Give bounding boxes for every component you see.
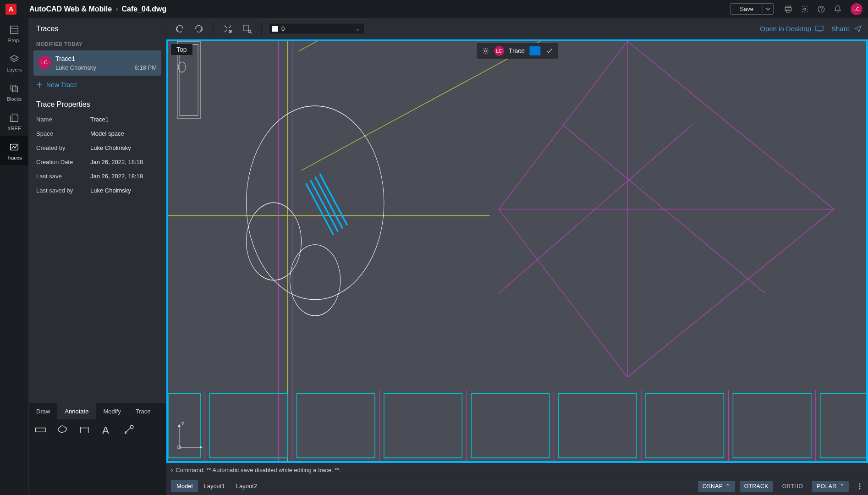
new-trace-button[interactable]: New Trace [29,76,166,94]
section-label-modified: MODIFIED TODAY [29,38,166,50]
panel-tab-trace[interactable]: Trace [128,403,158,419]
prop-row: SpaceModel space [36,126,159,141]
svg-line-42 [311,180,338,232]
new-trace-label: New Trace [46,81,77,88]
more-icon[interactable] [856,483,863,490]
nav-item-properties[interactable]: Prop. [0,18,28,48]
snap-polar-button[interactable]: POLAR⌃ [812,481,849,492]
check-icon[interactable] [545,47,553,55]
panel-tab-draw[interactable]: Draw [29,403,57,419]
undo-icon[interactable] [175,24,185,34]
nav-label: Layers [6,67,22,72]
bell-icon[interactable] [833,5,842,14]
svg-point-71 [859,485,861,487]
command-text: Command: ** Automatic save disabled whil… [176,467,341,473]
panel-tab-modify[interactable]: Modify [96,403,128,419]
chevron-right-icon: › [171,467,173,473]
print-icon[interactable] [784,5,793,14]
breadcrumb-root[interactable]: AutoCAD Web & Mobile [29,5,112,13]
trace-floating-toolbar: LC Trace [477,43,558,59]
nav-item-traces[interactable]: Traces [0,136,28,165]
svg-rect-1 [785,8,791,11]
linear-dimension-icon[interactable] [78,424,90,436]
trace-view-icon[interactable] [529,46,540,55]
layer-name: 0 [281,25,285,32]
breadcrumb-file[interactable]: Cafe_04.dwg [121,5,166,13]
plus-icon [36,82,43,88]
chevron-up-icon: ⌃ [840,483,845,490]
snap-otrack-button[interactable]: OTRACK [740,481,773,492]
snap-ortho-button[interactable]: ORTHO [778,481,808,492]
canvas-content [168,41,866,461]
save-dropdown-button[interactable] [763,5,773,13]
svg-point-38 [246,106,384,300]
prop-row: Creation DateJan 26, 2022, 18:18 [36,155,159,169]
svg-rect-52 [733,393,811,458]
trace-item-author: Luke Cholmsky [55,64,96,71]
revision-cloud-icon[interactable] [56,424,68,436]
trace-item-time: 6:18 PM [135,64,157,71]
prop-row: NameTrace1 [36,112,159,126]
zoom-extents-icon[interactable] [223,24,233,34]
dimension-tool-icon[interactable] [34,424,46,436]
svg-point-5 [821,11,822,11]
svg-rect-48 [384,393,462,458]
bottom-bar: Model Layout1 Layout2 OSNAP⌃ OTRACK ORTH… [166,477,868,495]
svg-rect-63 [180,44,198,116]
gear-icon[interactable] [481,47,489,55]
layer-select[interactable]: 0 ⌄ [268,23,364,34]
svg-text:Y: Y [181,421,185,426]
leader-icon[interactable] [122,424,134,436]
svg-point-72 [859,488,861,489]
trace-item-name: Trace1 [55,55,157,62]
layout-tab-model[interactable]: Model [171,480,198,492]
help-icon[interactable] [817,5,826,14]
layout-tab-layout2[interactable]: Layout2 [231,480,263,492]
nav-rail: Prop. Layers Blocks XREF Traces [0,18,29,495]
share-button[interactable]: Share [831,25,863,33]
snap-osnap-button[interactable]: OSNAP⌃ [698,481,735,492]
chevron-right-icon: › [115,5,118,13]
svg-rect-21 [243,25,248,30]
layer-color-swatch [272,26,278,32]
svg-point-3 [804,8,806,10]
svg-rect-6 [11,26,18,34]
snap-buttons: OSNAP⌃ OTRACK ORTHO POLAR⌃ [698,481,863,492]
svg-rect-12 [35,428,45,432]
redo-icon[interactable] [194,24,204,34]
text-icon[interactable]: A [100,424,112,436]
svg-rect-2 [786,10,790,12]
svg-rect-53 [820,393,866,458]
svg-point-70 [859,483,861,484]
traces-panel: Traces MODIFIED TODAY LC Trace1 Luke Cho… [29,18,166,495]
nav-item-layers[interactable]: Layers [0,48,28,77]
nav-label: Traces [6,155,22,160]
svg-rect-9 [11,85,16,90]
svg-rect-51 [646,393,724,458]
svg-rect-49 [471,393,549,458]
panel-tabs: Draw Annotate Modify Trace [29,403,166,419]
svg-rect-10 [12,87,17,92]
command-bar[interactable]: › Command: ** Automatic save disabled wh… [166,463,868,477]
svg-rect-46 [209,393,287,458]
nav-item-xref[interactable]: XREF [0,106,28,136]
save-button[interactable]: Save [731,4,763,14]
drawing-canvas[interactable]: Top LC Trace Y [166,39,868,463]
panel-tab-annotate[interactable]: Annotate [57,403,96,419]
gear-icon[interactable] [800,5,809,14]
nav-label: Blocks [7,96,22,102]
trace-item[interactable]: LC Trace1 Luke Cholmsky 6:18 PM [33,50,161,76]
user-avatar[interactable]: LC [851,3,863,15]
send-icon [853,25,863,33]
annotate-toolbar: A [29,419,166,495]
save-button-group: Save [730,3,774,15]
layout-tab-layout1[interactable]: Layout1 [198,480,230,492]
zoom-window-icon[interactable] [242,24,252,34]
svg-rect-50 [559,393,637,458]
open-in-desktop-button[interactable]: Open in Desktop [760,25,824,33]
svg-point-40 [290,245,341,316]
svg-line-30 [302,41,720,170]
breadcrumb: AutoCAD Web & Mobile › Cafe_04.dwg [29,5,166,13]
view-badge[interactable]: Top [171,44,192,55]
nav-item-blocks[interactable]: Blocks [0,77,28,106]
